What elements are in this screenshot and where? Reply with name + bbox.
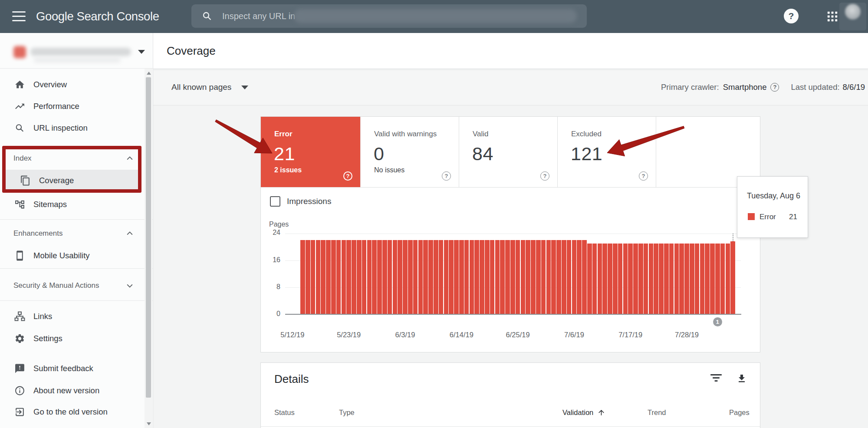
- bar[interactable]: [372, 240, 377, 314]
- bar[interactable]: [311, 240, 316, 314]
- scrollbar-thumb[interactable]: [146, 77, 151, 398]
- bar[interactable]: [695, 244, 700, 314]
- bar[interactable]: [388, 240, 392, 314]
- bar[interactable]: [439, 240, 444, 314]
- bar[interactable]: [306, 240, 310, 314]
- bar[interactable]: [382, 240, 387, 314]
- bar[interactable]: [428, 240, 433, 314]
- bar[interactable]: [618, 244, 623, 314]
- impressions-checkbox[interactable]: [270, 196, 280, 207]
- sidebar-scrollbar[interactable]: [145, 69, 152, 428]
- bar[interactable]: [362, 240, 367, 314]
- bar[interactable]: [300, 240, 305, 314]
- card-valid[interactable]: Valid 84 ?: [459, 117, 557, 187]
- bar[interactable]: [690, 244, 694, 314]
- card-valid-with-warnings[interactable]: Valid with warnings 0 No issues ?: [361, 117, 459, 187]
- bar[interactable]: [480, 240, 484, 314]
- bar[interactable]: [592, 244, 597, 314]
- sidebar-item-go-to-the-old-version[interactable]: Go to the old version: [0, 401, 145, 423]
- bar[interactable]: [505, 240, 510, 314]
- bar[interactable]: [516, 240, 520, 314]
- bar[interactable]: [357, 240, 362, 314]
- help-circle-icon[interactable]: ?: [442, 171, 451, 181]
- scroll-up-arrow-icon[interactable]: [147, 72, 151, 75]
- bar[interactable]: [342, 240, 346, 314]
- bar[interactable]: [485, 240, 490, 314]
- bar[interactable]: [567, 240, 572, 314]
- bar[interactable]: [316, 240, 321, 314]
- column-header-type[interactable]: Type: [339, 408, 355, 417]
- bar[interactable]: [562, 240, 566, 314]
- bar[interactable]: [710, 244, 715, 314]
- bar[interactable]: [521, 240, 526, 314]
- bar[interactable]: [464, 240, 469, 314]
- bar[interactable]: [490, 240, 495, 314]
- app-logo[interactable]: Google Search Console: [36, 0, 159, 33]
- nav-section-enhancements[interactable]: Enhancements: [0, 224, 145, 243]
- bar[interactable]: [623, 244, 628, 314]
- sidebar-item-submit-feedback[interactable]: Submit feedback: [0, 358, 145, 379]
- bar[interactable]: [418, 240, 423, 314]
- bar[interactable]: [398, 240, 402, 314]
- download-icon[interactable]: [736, 373, 747, 384]
- bar[interactable]: [628, 244, 633, 314]
- bar[interactable]: [556, 240, 561, 314]
- sidebar-item-url-inspection[interactable]: URL inspection: [0, 117, 145, 139]
- nav-section-security-manual-actions[interactable]: Security & Manual Actions: [0, 276, 145, 295]
- card-error[interactable]: Error 21 2 issues ?: [261, 117, 360, 187]
- scroll-down-arrow-icon[interactable]: [147, 422, 151, 425]
- google-apps-grid-icon[interactable]: [826, 10, 838, 24]
- bar[interactable]: [587, 244, 592, 314]
- bar[interactable]: [608, 244, 612, 314]
- bar[interactable]: [664, 244, 669, 314]
- bar[interactable]: [449, 240, 454, 314]
- bar[interactable]: [326, 240, 331, 314]
- bar[interactable]: [572, 240, 577, 314]
- bar[interactable]: [459, 240, 464, 314]
- bar[interactable]: [444, 240, 449, 314]
- bar[interactable]: [403, 240, 408, 314]
- bar[interactable]: [638, 244, 643, 314]
- bar[interactable]: [582, 240, 587, 314]
- bar[interactable]: [336, 240, 341, 314]
- bar[interactable]: [495, 240, 500, 314]
- sidebar-item-performance[interactable]: Performance: [0, 95, 145, 117]
- sidebar-item-mobile-usability[interactable]: Mobile Usability: [0, 245, 145, 267]
- bar[interactable]: [598, 244, 602, 314]
- bar[interactable]: [602, 244, 607, 314]
- menu-icon[interactable]: [12, 11, 26, 22]
- bar[interactable]: [454, 240, 459, 314]
- sidebar-item-sitemaps[interactable]: Sitemaps: [0, 194, 145, 215]
- column-header-trend[interactable]: Trend: [648, 408, 666, 417]
- sidebar-item-links[interactable]: Links: [0, 306, 145, 327]
- bar[interactable]: [715, 244, 720, 314]
- bar[interactable]: [577, 240, 582, 314]
- bar[interactable]: [470, 240, 474, 314]
- bar[interactable]: [500, 240, 505, 314]
- bar[interactable]: [434, 240, 438, 314]
- column-header-status[interactable]: Status: [274, 408, 295, 417]
- bar[interactable]: [331, 240, 336, 314]
- bar[interactable]: [730, 241, 735, 314]
- bar[interactable]: [684, 244, 689, 314]
- bar[interactable]: [367, 240, 372, 314]
- bar[interactable]: [510, 240, 515, 314]
- help-circle-icon[interactable]: ?: [343, 171, 352, 181]
- bar[interactable]: [720, 244, 725, 314]
- account-area[interactable]: [839, 3, 866, 30]
- bar[interactable]: [659, 244, 664, 314]
- sidebar-item-overview[interactable]: Overview: [0, 74, 145, 95]
- url-inspect-search-box[interactable]: Inspect any URL in: [191, 4, 587, 28]
- bar[interactable]: [377, 240, 382, 314]
- sidebar-item-settings[interactable]: Settings: [0, 328, 145, 349]
- bar[interactable]: [649, 244, 654, 314]
- bar[interactable]: [613, 244, 618, 314]
- bar[interactable]: [536, 240, 541, 314]
- bar[interactable]: [474, 240, 479, 314]
- bar[interactable]: [644, 244, 648, 314]
- help-circle-icon[interactable]: ?: [639, 171, 648, 181]
- bar[interactable]: [679, 244, 684, 314]
- bar[interactable]: [423, 240, 428, 314]
- bar[interactable]: [346, 240, 351, 314]
- bar[interactable]: [726, 244, 730, 314]
